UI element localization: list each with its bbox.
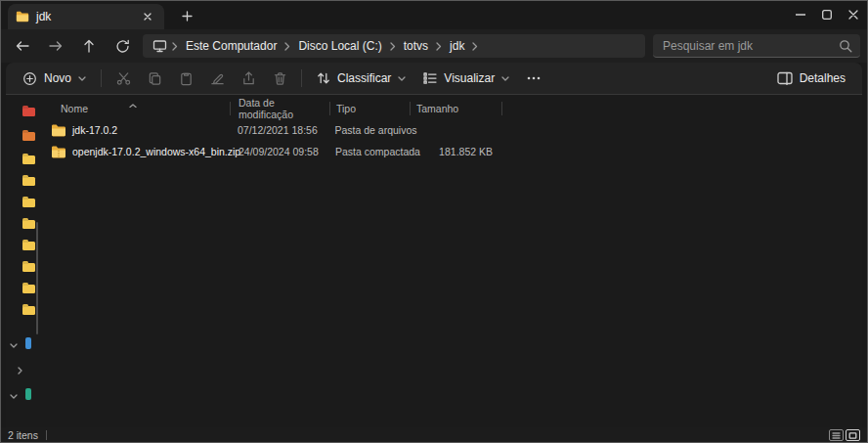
computer-icon [149, 39, 171, 53]
this-pc-icon[interactable] [25, 337, 31, 349]
breadcrumb-chevron-icon[interactable] [389, 42, 397, 51]
ellipsis-icon [527, 76, 541, 80]
maximize-button[interactable] [813, 0, 840, 29]
breadcrumb-item-totvs[interactable]: totvs [397, 39, 435, 53]
refresh-button[interactable] [108, 32, 137, 60]
cut-icon [116, 71, 131, 86]
pinned-folder-icon[interactable] [22, 306, 35, 315]
folder-icon [16, 11, 29, 22]
pinned-folder-icon[interactable] [22, 220, 35, 229]
forward-button[interactable] [41, 32, 70, 60]
pinned-folder-icon[interactable] [22, 108, 35, 116]
breadcrumb-item-disco-local[interactable]: Disco Local (C:) [291, 39, 388, 53]
trash-icon [273, 71, 287, 86]
new-button-label: Novo [44, 71, 71, 85]
folder-icon [51, 124, 66, 137]
tab-title: jdk [36, 10, 132, 23]
chevron-down-icon [398, 76, 406, 81]
pinned-folder-icon[interactable] [22, 285, 35, 293]
rename-button[interactable] [201, 66, 233, 91]
column-header-type[interactable]: Tipo [330, 98, 411, 119]
pinned-folder-icon[interactable] [22, 242, 35, 250]
item-count: 2 itens [8, 429, 38, 441]
file-list: Nome Data de modificação Tipo Tamanho [39, 95, 862, 427]
zip-folder-icon [51, 146, 66, 158]
details-pane-icon [777, 71, 793, 85]
breadcrumb-chevron-icon[interactable] [471, 42, 479, 51]
column-separator[interactable] [501, 102, 502, 115]
sort-button-label: Classificar [337, 71, 391, 85]
details-view-button[interactable] [829, 429, 844, 441]
status-separator [46, 430, 47, 440]
search-box[interactable] [653, 34, 860, 58]
toolbar-separator [301, 69, 302, 87]
rename-icon [210, 71, 225, 86]
column-header-size[interactable]: Tamanho [411, 98, 502, 119]
plus-circle-icon [22, 71, 37, 86]
content-card: Novo Classificar Visualizar [6, 63, 862, 427]
file-type: Pasta compactada [329, 146, 410, 157]
column-header-row: Nome Data de modificação Tipo Tamanho [39, 98, 862, 119]
view-icon [423, 72, 437, 84]
pinned-folder-icon[interactable] [22, 199, 35, 207]
pinned-folder-icon[interactable] [22, 263, 35, 272]
window-controls [787, 0, 866, 29]
command-bar: Novo Classificar Visualizar [6, 63, 862, 95]
breadcrumb-chevron-icon[interactable] [171, 42, 179, 51]
pinned-folder-icon[interactable] [22, 177, 35, 186]
status-bar: 2 itens [0, 427, 868, 443]
address-bar[interactable]: Este Computador Disco Local (C:) totvs j… [143, 34, 645, 58]
pinned-folder-icon[interactable] [22, 155, 35, 164]
paste-icon [179, 71, 194, 86]
copy-icon [148, 71, 162, 86]
titlebar: jdk [0, 0, 868, 29]
navigation-pane [6, 95, 39, 427]
toolbar-separator [101, 69, 102, 87]
tree-expander-chevron[interactable] [8, 390, 20, 402]
new-tab-button[interactable] [174, 5, 199, 26]
search-input[interactable] [653, 34, 860, 57]
explorer-tab[interactable]: jdk [8, 4, 164, 29]
pinned-folder-icon[interactable] [22, 132, 35, 141]
file-row[interactable]: openjdk-17.0.2_windows-x64_bin.zip 24/09… [41, 141, 500, 162]
back-button[interactable] [8, 32, 37, 60]
tree-expander-chevron[interactable] [14, 365, 25, 377]
share-button[interactable] [233, 66, 264, 91]
details-pane-label: Detalhes [800, 71, 846, 85]
file-modified: 07/12/2021 18:56 [230, 124, 328, 136]
minimize-button[interactable] [787, 0, 813, 29]
sort-icon [317, 71, 330, 85]
view-button-label: Visualizar [444, 71, 495, 85]
chevron-down-icon [78, 76, 86, 81]
more-button[interactable] [518, 66, 549, 91]
view-button[interactable]: Visualizar [414, 66, 518, 90]
breadcrumb-item-jdk[interactable]: jdk [443, 39, 471, 53]
column-header-name[interactable]: Nome [39, 98, 231, 119]
view-toggles [829, 429, 860, 441]
network-icon[interactable] [25, 388, 31, 400]
share-icon [241, 71, 256, 86]
file-row[interactable]: jdk-17.0.2 07/12/2021 18:56 Pasta de arq… [41, 119, 500, 141]
tab-close-button[interactable] [139, 8, 156, 25]
details-pane-button[interactable]: Detalhes [768, 66, 854, 90]
up-button[interactable] [74, 32, 104, 60]
navigation-bar: Este Computador Disco Local (C:) totvs j… [0, 29, 868, 63]
sort-button[interactable]: Classificar [308, 66, 414, 90]
close-button[interactable] [840, 0, 866, 29]
delete-button[interactable] [264, 66, 295, 91]
tree-expander-chevron[interactable] [8, 339, 20, 351]
file-name: openjdk-17.0.2_windows-x64_bin.zip [72, 146, 240, 157]
large-icons-view-button[interactable] [846, 429, 860, 441]
new-button[interactable]: Novo [14, 66, 95, 91]
breadcrumb-chevron-icon[interactable] [435, 42, 443, 51]
file-size: 181.852 KB [410, 146, 500, 157]
paste-button[interactable] [170, 66, 201, 91]
chevron-down-icon [501, 76, 509, 81]
copy-button[interactable] [139, 66, 170, 91]
column-header-modified[interactable]: Data de modificação [231, 98, 330, 119]
breadcrumb-chevron-icon[interactable] [283, 42, 291, 51]
sidebar-scrollbar[interactable] [36, 222, 38, 334]
cut-button[interactable] [108, 66, 139, 91]
file-name: jdk-17.0.2 [72, 124, 117, 136]
breadcrumb-item-este-computador[interactable]: Este Computador [179, 39, 283, 53]
